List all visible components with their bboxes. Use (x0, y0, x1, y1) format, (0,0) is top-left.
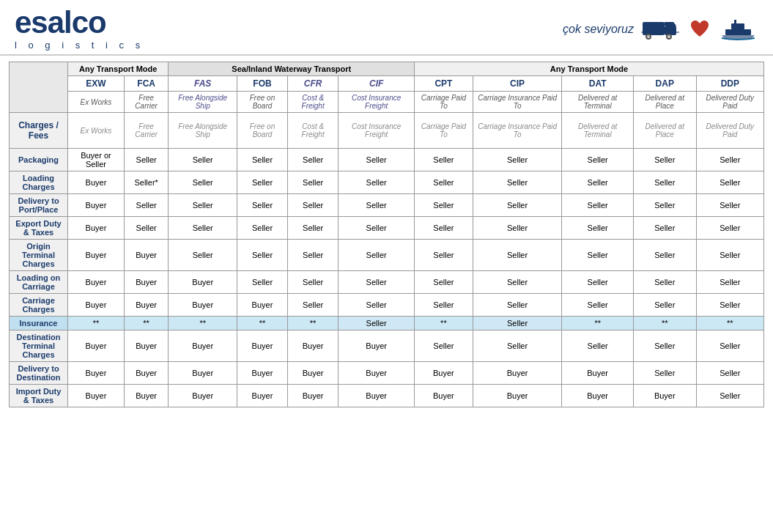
pkg-fas: Seller (169, 149, 237, 171)
dp-fas: Seller (169, 194, 237, 217)
otc-exw: Buyer (68, 240, 125, 271)
ins-fob: ** (237, 317, 287, 330)
logo-sub: l o g i s t i c s (15, 40, 144, 51)
id-cpt: Buyer (415, 385, 473, 407)
lc-dat: Seller (562, 171, 633, 194)
lc-fas: Seller (169, 171, 237, 194)
col-fas-code: FAS (169, 76, 237, 92)
pkg-dap: Seller (633, 149, 696, 171)
origin-terminal-label: Origin Terminal Charges (10, 240, 68, 271)
cc-fas: Buyer (169, 294, 237, 317)
id-dap: Buyer (633, 385, 696, 407)
otc-ddp: Seller (696, 240, 763, 271)
cc-dap: Seller (633, 294, 696, 317)
ins-dap: ** (633, 317, 696, 330)
sea-transport-header: Sea/Inland Waterway Transport (169, 62, 415, 76)
col-dat-code: DAT (562, 76, 633, 92)
dd-cfr: Buyer (288, 362, 339, 385)
loc-fas: Buyer (169, 271, 237, 294)
col-dap-code: DAP (633, 76, 696, 92)
charges-fas: Free Alongside Ship (169, 113, 237, 149)
truck-icon (641, 16, 681, 42)
logo-main: esalco (15, 7, 144, 38)
loc-ddp: Seller (696, 271, 763, 294)
loading-carriage-row: Loading on Carriage Buyer Buyer Buyer Se… (10, 271, 764, 294)
loading-charges-row: Loading Charges Buyer Seller* Seller Sel… (10, 171, 764, 194)
section-header-row: Any Transport Mode Sea/Inland Waterway T… (10, 62, 764, 76)
delivery-port-label: Delivery to Port/Place (10, 194, 68, 217)
packaging-label: Packaging (10, 149, 68, 171)
pkg-exw: Buyer or Seller (68, 149, 125, 171)
col-exw-full: Ex Works (68, 92, 125, 113)
charges-dat: Delivered at Terminal (562, 113, 633, 149)
packaging-row: Packaging Buyer or Seller Seller Seller … (10, 149, 764, 171)
col-cip-full: Carriage Insurance Paid To (473, 92, 562, 113)
col-cip-code: CIP (473, 76, 562, 92)
col-cpt-code: CPT (415, 76, 473, 92)
otc-cif: Seller (339, 240, 415, 271)
dp-dat: Seller (562, 194, 633, 217)
loc-dap: Seller (633, 271, 696, 294)
loc-exw: Buyer (68, 271, 125, 294)
dp-cip: Seller (473, 194, 562, 217)
delivery-destination-label: Delivery to Destination (10, 362, 68, 385)
cc-cpt: Seller (415, 294, 473, 317)
right-header: çok seviyoruz (563, 16, 758, 42)
otc-cfr: Seller (288, 240, 339, 271)
otc-cpt: Seller (415, 240, 473, 271)
dd-fca: Buyer (124, 362, 169, 385)
ins-dat: ** (562, 317, 633, 330)
col-cfr-code: CFR (288, 76, 339, 92)
loc-cif: Seller (339, 271, 415, 294)
carriage-charges-row: Carriage Charges Buyer Buyer Buyer Buyer… (10, 294, 764, 317)
cc-ddp: Seller (696, 294, 763, 317)
lc-fca: Seller* (124, 171, 169, 194)
ed-dap: Seller (633, 217, 696, 240)
dtc-dap: Seller (633, 330, 696, 362)
col-dap-full: Delivered at Place (633, 92, 696, 113)
loc-dat: Seller (562, 271, 633, 294)
id-ddp: Seller (696, 385, 763, 407)
pkg-cip: Seller (473, 149, 562, 171)
dd-cip: Buyer (473, 362, 562, 385)
dp-fob: Seller (237, 194, 287, 217)
ed-fob: Seller (237, 217, 287, 240)
svg-rect-8 (725, 29, 751, 35)
dtc-cip: Seller (473, 330, 562, 362)
col-cfr-full: Cost & Freight (288, 92, 339, 113)
lc-fob: Seller (237, 171, 287, 194)
charges-dap: Delivered at Place (633, 113, 696, 149)
charges-cpt: Carriage Paid To (415, 113, 473, 149)
id-exw: Buyer (68, 385, 125, 407)
any-transport-1-header: Any Transport Mode (68, 62, 169, 76)
heart-icon (689, 18, 711, 40)
loading-charges-label: Loading Charges (10, 171, 68, 194)
lc-cfr: Seller (288, 171, 339, 194)
id-dat: Buyer (562, 385, 633, 407)
dd-fob: Buyer (237, 362, 287, 385)
col-ddp-code: DDP (696, 76, 763, 92)
pkg-cfr: Seller (288, 149, 339, 171)
ed-fca: Seller (124, 217, 169, 240)
id-fob: Buyer (237, 385, 287, 407)
pkg-fob: Seller (237, 149, 287, 171)
ed-ddp: Seller (696, 217, 763, 240)
loc-fob: Seller (237, 271, 287, 294)
cc-fca: Buyer (124, 294, 169, 317)
pkg-cpt: Seller (415, 149, 473, 171)
page-wrapper: esalco l o g i s t i c s çok seviyoruz (0, 0, 773, 413)
dp-cif: Seller (339, 194, 415, 217)
svg-point-6 (667, 35, 670, 38)
dtc-fob: Buyer (237, 330, 287, 362)
loc-cfr: Seller (288, 271, 339, 294)
charges-fca: Free Carrier (124, 113, 169, 149)
loc-fca: Buyer (124, 271, 169, 294)
export-duty-row: Export Duty & Taxes Buyer Seller Seller … (10, 217, 764, 240)
ed-cfr: Seller (288, 217, 339, 240)
dtc-fas: Buyer (169, 330, 237, 362)
lc-ddp: Seller (696, 171, 763, 194)
logo-area: esalco l o g i s t i c s (15, 7, 144, 51)
cc-cip: Seller (473, 294, 562, 317)
dtc-cpt: Seller (415, 330, 473, 362)
dd-dat: Buyer (562, 362, 633, 385)
